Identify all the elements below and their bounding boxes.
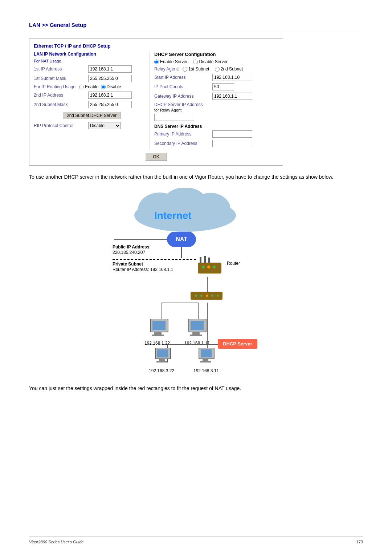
- svg-rect-7: [204, 256, 206, 263]
- dhcp-enable-label: Enable Server: [160, 59, 188, 64]
- hub-to-client-left-line: [162, 303, 162, 321]
- dns-section-title: DNS Server IP Address: [154, 124, 273, 129]
- svg-rect-29: [157, 349, 168, 357]
- svg-rect-8: [208, 258, 210, 263]
- primary-ip-row: Primary IP Address: [154, 130, 273, 138]
- page-footer: Vigor2800 Series User's Guide 173: [29, 536, 363, 544]
- hub-to-dhcp-line-v: [207, 303, 208, 344]
- dhcp-server-ip-input[interactable]: [154, 114, 194, 121]
- second-subnet-label: 2nd Subnet Mask: [34, 102, 88, 107]
- secondary-ip-label: Secondary IP Address: [154, 141, 212, 146]
- dhcp-enable-disable-row: Enable Server Disable Server: [154, 59, 273, 64]
- for-relay-agent-label: for Relay Agent: [154, 108, 273, 112]
- pool-counts-input[interactable]: [212, 83, 234, 90]
- gateway-ip-input[interactable]: [212, 93, 252, 100]
- description1: To use another DHCP server in the networ…: [29, 173, 363, 181]
- start-ip-label: Start IP Address: [154, 75, 212, 80]
- rip-label: RIP Protocol Control: [34, 123, 88, 128]
- gateway-ip-label: Gateway IP Address: [154, 94, 212, 99]
- routing-enable-radio[interactable]: Enable: [79, 84, 98, 89]
- routing-disable-radio[interactable]: Disable: [101, 84, 121, 89]
- first-ip-row: 1st IP Address: [34, 65, 145, 73]
- svg-rect-20: [152, 335, 164, 336]
- dhcp-ip-2: 192.168.3.11: [193, 368, 219, 373]
- nat-oval: NAT: [167, 232, 196, 247]
- router-ip-label: Router IP Address: 192.168.1.1: [113, 267, 173, 272]
- footer-title: Vigor2800 Series User's Guide: [29, 540, 83, 544]
- client1-svg: [149, 319, 174, 341]
- dhcp-disable-label: Disable Server: [199, 59, 228, 64]
- client2-svg: [187, 319, 212, 341]
- relay-agent-row: Relay Agent: 1st Subnet 2nd Subnet: [154, 66, 273, 72]
- secondary-ip-input[interactable]: [212, 140, 252, 147]
- first-subnet-row: 1st Subnet Mask: [34, 75, 145, 82]
- svg-point-9: [202, 266, 205, 268]
- svg-point-11: [213, 266, 216, 268]
- dhcp-client2-svg: [198, 348, 220, 367]
- relay-1st-radio[interactable]: 1st Subnet: [183, 66, 209, 72]
- dhcp-section-title: DHCP Server Configuration: [154, 52, 273, 57]
- svg-point-3: [191, 193, 230, 226]
- lan-section-title: LAN IP Network Configuration: [34, 52, 145, 57]
- router-svg: [196, 255, 225, 277]
- gateway-ip-row: Gateway IP Address: [154, 93, 273, 100]
- footer-page: 173: [356, 540, 363, 544]
- pool-counts-label: IP Pool Counts: [154, 84, 212, 89]
- second-ip-label: 2nd IP Address: [34, 93, 88, 98]
- secondary-ip-row: Secondary IP Address: [154, 140, 273, 147]
- first-subnet-label: 1st Subnet Mask: [34, 76, 88, 81]
- second-subnet-row: 2nd Subnet Mask: [34, 101, 145, 108]
- second-subnet-input[interactable]: [88, 101, 132, 108]
- dhcp-server-box: DHCP Server: [218, 339, 257, 349]
- first-subnet-input[interactable]: [88, 75, 132, 82]
- svg-rect-27: [159, 359, 165, 361]
- svg-rect-23: [192, 332, 200, 335]
- nat-to-router-line: [181, 247, 182, 258]
- page-title: LAN >> General Setup: [29, 22, 363, 31]
- rip-row: RIP Protocol Control Disable: [34, 122, 145, 129]
- public-ip-value: 220.135.240.207: [113, 250, 145, 255]
- dhcp-server-ip-label: DHCP Server IP Address: [154, 102, 273, 107]
- svg-rect-32: [200, 361, 211, 362]
- dashed-divider: [113, 259, 196, 260]
- routing-disable-label: Disable: [107, 84, 121, 89]
- public-ip-label: Public IP Address:: [113, 244, 151, 250]
- relay-1st-label: 1st Subnet: [188, 66, 209, 72]
- second-ip-row: 2nd IP Address: [34, 92, 145, 99]
- svg-point-10: [207, 266, 210, 268]
- second-ip-input[interactable]: [88, 92, 132, 99]
- svg-rect-24: [190, 335, 202, 336]
- hub-to-client-right-line: [198, 303, 199, 321]
- start-ip-row: Start IP Address: [154, 74, 273, 81]
- hub-svg: [189, 290, 225, 303]
- first-ip-input[interactable]: [88, 65, 132, 73]
- dhcp-client1-svg: [154, 348, 176, 367]
- pool-counts-row: IP Pool Counts: [154, 83, 273, 90]
- dhcp-config-section: DHCP Server Configuration Enable Server …: [150, 52, 273, 149]
- dhcp-enable-radio[interactable]: Enable Server: [154, 59, 188, 64]
- hub-horizontal-line: [162, 303, 199, 303]
- form-title: Ethernet TCP / IP and DHCP Setup: [34, 43, 278, 49]
- nat-label: NAT: [176, 236, 187, 243]
- description2: You can just set the settings wrapped in…: [29, 384, 363, 392]
- private-subnet-label: Private Subnet: [113, 262, 143, 267]
- dhcp-disable-radio[interactable]: Disable Server: [193, 59, 228, 64]
- svg-rect-31: [203, 359, 208, 361]
- config-form-box: Ethernet TCP / IP and DHCP Setup LAN IP …: [29, 39, 283, 166]
- relay-2nd-label: 2nd Subnet: [221, 66, 243, 72]
- svg-text:Internet: Internet: [154, 210, 192, 221]
- svg-point-15: [206, 295, 208, 297]
- primary-ip-input[interactable]: [212, 130, 252, 138]
- start-ip-input[interactable]: [212, 74, 252, 81]
- subnet-dhcp-button[interactable]: 2nd Subnet DHCP Server: [63, 112, 121, 119]
- svg-point-17: [217, 295, 219, 297]
- ok-button[interactable]: OK: [145, 153, 167, 161]
- router-to-hub-line: [207, 277, 208, 292]
- internet-cloud-svg: Internet: [127, 188, 243, 232]
- client-ip-1: 192.168.1.22: [144, 341, 170, 346]
- relay-2nd-radio[interactable]: 2nd Subnet: [215, 66, 243, 72]
- ok-row: OK: [34, 153, 278, 161]
- rip-select[interactable]: Disable: [88, 122, 121, 129]
- svg-rect-6: [200, 257, 201, 263]
- relay-agent-label: Relay Agent:: [154, 66, 179, 72]
